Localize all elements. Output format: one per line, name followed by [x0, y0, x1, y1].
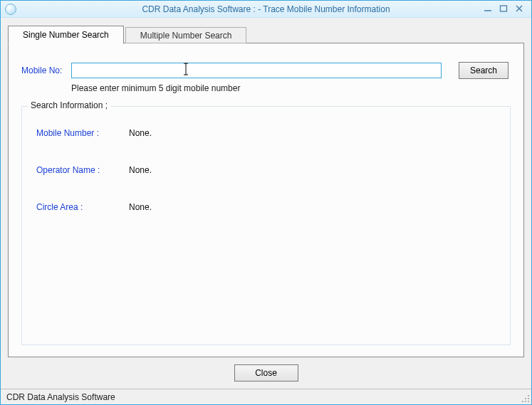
info-row-circle-area: Circle Area : None.	[36, 202, 496, 212]
info-label: Mobile Number :	[36, 128, 129, 138]
search-row: Mobile No: Search	[21, 62, 511, 79]
mobile-no-hint: Please enter minimum 5 digit mobile numb…	[71, 83, 511, 93]
app-icon	[5, 4, 16, 15]
info-value: None.	[129, 128, 152, 138]
window-title: CDR Data Analysis Software : - Trace Mob…	[1, 4, 531, 14]
svg-point-8	[525, 401, 526, 402]
info-label: Operator Name :	[36, 165, 129, 175]
search-button-label: Search	[470, 65, 497, 75]
svg-point-6	[528, 398, 529, 399]
footer-button-row: Close	[8, 357, 524, 386]
minimize-button[interactable]	[483, 4, 493, 14]
tab-header: Single Number Search Multiple Number Sea…	[8, 25, 524, 43]
svg-point-9	[528, 401, 529, 402]
tab-label: Single Number Search	[23, 30, 109, 40]
tab-single-number-search[interactable]: Single Number Search	[8, 26, 124, 44]
info-row-operator-name: Operator Name : None.	[36, 165, 496, 175]
search-button[interactable]: Search	[459, 62, 508, 79]
app-window: CDR Data Analysis Software : - Trace Mob…	[0, 0, 532, 405]
info-value: None.	[129, 165, 152, 175]
tab-panel: Mobile No: Search Please enter minimum 5…	[8, 43, 524, 357]
group-title: Search Information ;	[28, 100, 110, 110]
body-area: Single Number Search Multiple Number Sea…	[1, 18, 531, 389]
search-information-group: Search Information ; Mobile Number : Non…	[21, 106, 511, 345]
resize-grip-icon[interactable]	[520, 393, 530, 403]
svg-rect-1	[501, 6, 507, 11]
statusbar: CDR Data Analysis Software	[1, 389, 531, 404]
svg-point-5	[525, 398, 526, 399]
close-button-label: Close	[255, 368, 277, 378]
svg-point-7	[522, 401, 523, 402]
titlebar: CDR Data Analysis Software : - Trace Mob…	[1, 1, 531, 18]
info-value: None.	[129, 202, 152, 212]
tab-label: Multiple Number Search	[140, 31, 232, 41]
info-row-mobile-number: Mobile Number : None.	[36, 128, 496, 138]
maximize-button[interactable]	[499, 4, 508, 14]
svg-point-4	[528, 395, 529, 396]
close-window-button[interactable]	[514, 4, 524, 14]
statusbar-text: CDR Data Analysis Software	[6, 392, 115, 402]
window-controls	[483, 4, 531, 14]
mobile-no-input[interactable]	[71, 63, 442, 78]
info-label: Circle Area :	[36, 202, 129, 212]
mobile-no-label: Mobile No:	[21, 65, 64, 75]
close-button[interactable]: Close	[234, 364, 298, 382]
tab-multiple-number-search[interactable]: Multiple Number Search	[125, 27, 247, 43]
